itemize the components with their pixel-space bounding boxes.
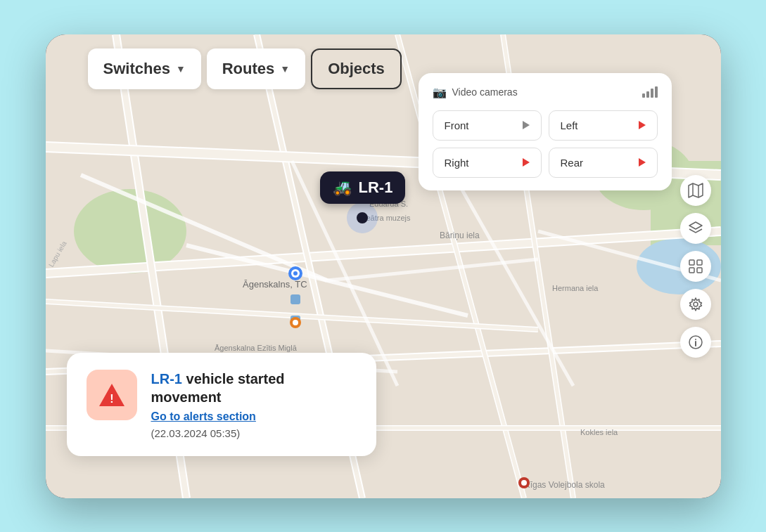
svg-rect-55 bbox=[697, 260, 702, 265]
video-panel-title: 📷 Video cameras bbox=[433, 86, 518, 99]
camera-right-button[interactable]: Right bbox=[433, 148, 542, 178]
signal-bar-2 bbox=[646, 91, 649, 98]
camera-left-label: Left bbox=[561, 119, 578, 131]
alert-time: (22.03.2024 05:35) bbox=[151, 427, 357, 439]
camera-front-label: Front bbox=[445, 119, 469, 131]
switches-label: Switches bbox=[103, 60, 170, 78]
svg-point-45 bbox=[521, 480, 527, 486]
settings-tool-button[interactable] bbox=[680, 289, 711, 320]
vehicle-icon: 🚜 bbox=[333, 179, 352, 197]
camera-right-label: Right bbox=[445, 157, 469, 169]
svg-text:Rīgas Volejbola skola: Rīgas Volejbola skola bbox=[524, 480, 605, 490]
alert-vehicle-id: LR-1 bbox=[151, 371, 182, 387]
layers-icon bbox=[688, 221, 703, 236]
camera-front-button[interactable]: Front bbox=[433, 110, 542, 141]
objects-label: Objects bbox=[328, 60, 385, 78]
alert-content: LR-1 vehicle started movement Go to aler… bbox=[151, 370, 357, 439]
camera-front-play-icon bbox=[523, 121, 530, 129]
switches-arrow: ▼ bbox=[176, 63, 186, 74]
svg-rect-57 bbox=[697, 268, 702, 273]
alert-triangle-icon: ! bbox=[96, 379, 127, 410]
switches-button[interactable]: Switches ▼ bbox=[88, 48, 201, 89]
svg-point-47 bbox=[293, 320, 298, 325]
camera-left-button[interactable]: Left bbox=[549, 110, 658, 141]
svg-text:Hermana iela: Hermana iela bbox=[552, 284, 599, 292]
svg-rect-42 bbox=[291, 294, 300, 304]
vehicle-id: LR-1 bbox=[359, 179, 393, 197]
info-tool-button[interactable] bbox=[680, 327, 711, 358]
svg-text:Bāriņu iela: Bāriņu iela bbox=[440, 231, 480, 240]
layers-tool-button[interactable] bbox=[680, 213, 711, 244]
routes-arrow: ▼ bbox=[280, 63, 290, 74]
map-icon bbox=[688, 183, 703, 198]
camera-left-play-icon bbox=[639, 121, 646, 129]
svg-point-41 bbox=[293, 271, 298, 275]
svg-marker-53 bbox=[689, 222, 702, 229]
video-panel: 📷 Video cameras Front Left Right bbox=[419, 73, 672, 190]
camera-right-play-icon bbox=[523, 158, 530, 167]
map-tool-button[interactable] bbox=[680, 175, 711, 206]
signal-bars bbox=[642, 86, 658, 98]
alert-title: LR-1 vehicle started movement bbox=[151, 370, 357, 406]
svg-text:Āgenskalns, TC: Āgenskalns, TC bbox=[243, 279, 307, 290]
svg-rect-56 bbox=[689, 268, 694, 273]
video-grid: Front Left Right Rear bbox=[433, 110, 658, 178]
routes-button[interactable]: Routes ▼ bbox=[207, 48, 305, 89]
marker-dot bbox=[357, 212, 368, 223]
objects-button[interactable]: Objects bbox=[311, 48, 402, 89]
signal-bar-4 bbox=[655, 86, 658, 98]
device-frame: Āgenskalns, TC Āgenskalna Ezītis Miglā E… bbox=[46, 34, 721, 498]
alert-icon-wrap: ! bbox=[87, 370, 137, 420]
info-icon bbox=[688, 335, 703, 350]
camera-rear-button[interactable]: Rear bbox=[549, 148, 658, 178]
alert-card: ! LR-1 vehicle started movement Go to al… bbox=[67, 353, 376, 456]
signal-bar-1 bbox=[642, 93, 645, 98]
svg-text:!: ! bbox=[110, 393, 113, 405]
video-panel-title-text: Video cameras bbox=[452, 86, 518, 98]
grid-icon bbox=[688, 259, 703, 274]
routes-label: Routes bbox=[222, 60, 275, 78]
alert-link[interactable]: Go to alerts section bbox=[151, 410, 357, 423]
signal-bar-3 bbox=[651, 89, 653, 98]
settings-icon bbox=[688, 297, 703, 312]
svg-rect-54 bbox=[689, 260, 694, 265]
camera-rear-play-icon bbox=[639, 158, 646, 167]
camera-icon: 📷 bbox=[433, 86, 447, 99]
svg-point-61 bbox=[695, 339, 696, 340]
video-panel-header: 📷 Video cameras bbox=[433, 86, 658, 99]
vehicle-marker[interactable]: 🚜 LR-1 bbox=[320, 171, 406, 204]
svg-point-58 bbox=[694, 302, 698, 306]
svg-text:Kokles iela: Kokles iela bbox=[580, 428, 618, 436]
grid-tool-button[interactable] bbox=[680, 251, 711, 282]
svg-marker-50 bbox=[689, 183, 703, 197]
top-nav: Switches ▼ Routes ▼ Objects bbox=[88, 48, 402, 89]
marker-label: 🚜 LR-1 bbox=[320, 171, 406, 204]
svg-text:Āgenskalna Ezītis Miglā: Āgenskalna Ezītis Miglā bbox=[215, 344, 298, 352]
camera-rear-label: Rear bbox=[561, 157, 584, 169]
alert-icon: ! bbox=[96, 379, 127, 410]
right-tools bbox=[680, 175, 711, 358]
